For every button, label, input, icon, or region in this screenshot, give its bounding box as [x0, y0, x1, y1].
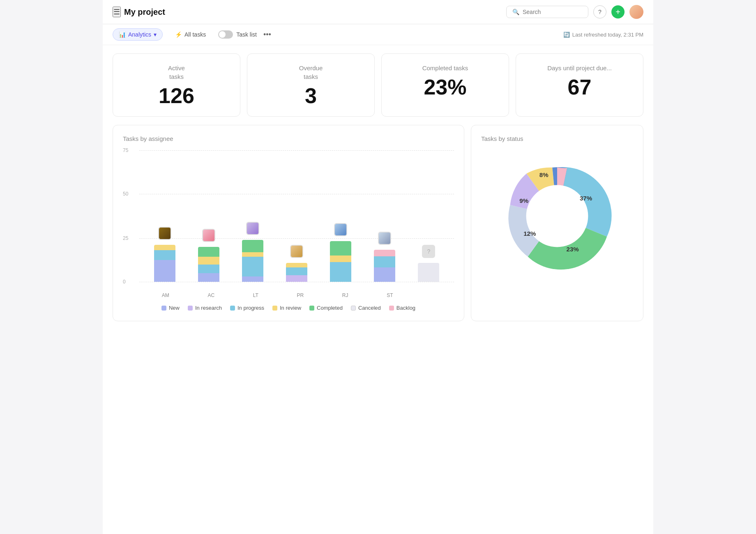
legend-label-research: In research — [195, 305, 222, 311]
bar-segment-inprogress — [154, 250, 175, 260]
legend-dot-inprogress — [230, 306, 235, 311]
legend-completed: Completed — [309, 305, 343, 311]
grid-lines: ? — [139, 150, 454, 282]
header: ☰ My project 🔍 ? + — [103, 0, 653, 24]
filter-icon: ⚡ — [175, 31, 182, 38]
legend-label-new: New — [169, 305, 180, 311]
stat-value-days: 67 — [528, 76, 632, 98]
x-label-pr: PR — [297, 292, 304, 298]
bar-stack-rj — [330, 241, 351, 282]
bar-stack-ac — [198, 247, 219, 282]
avatar-pr — [290, 245, 303, 258]
analytics-button[interactable]: 📊 Analytics ▾ — [113, 28, 163, 41]
y-label-50: 50 — [123, 191, 128, 197]
legend-label-completed: Completed — [317, 305, 343, 311]
legend-dot-canceled — [351, 306, 356, 311]
bar-segment-new — [154, 260, 175, 282]
bar-segment-inprogress — [198, 265, 219, 273]
stat-card-completed: Completed tasks 23% — [381, 53, 509, 117]
donut-chart-title: Tasks by status — [481, 135, 633, 142]
avatar-unknown: ? — [422, 245, 435, 258]
chart-legend: New In research In progress In review Co… — [123, 305, 454, 311]
legend-dot-backlog — [389, 306, 394, 311]
stat-label-days: Days until project due... — [528, 64, 632, 72]
legend-dot-research — [188, 306, 193, 311]
y-label-0: 0 — [123, 279, 126, 285]
project-title: My project — [124, 7, 165, 17]
x-label-ac: AC — [207, 292, 214, 298]
label-37: 37% — [580, 195, 592, 202]
all-tasks-button[interactable]: ⚡ All tasks — [169, 29, 212, 40]
bar-segment-completed — [242, 240, 263, 252]
stat-label-completed: Completed tasks — [393, 64, 497, 72]
legend-label-canceled: Canceled — [358, 305, 381, 311]
more-button[interactable]: ••• — [263, 30, 271, 39]
grid-line-0 — [139, 282, 454, 282]
bar-segment-inreview — [198, 257, 219, 265]
donut-svg: 37% 23% 12% 9% 8% — [500, 159, 615, 274]
bar-group-pr — [286, 263, 307, 282]
label-9: 9% — [519, 197, 528, 204]
bar-stack-pr — [286, 263, 307, 282]
header-right: 🔍 ? + — [506, 5, 643, 19]
avatar-st — [378, 232, 391, 245]
avatar-ac — [202, 229, 215, 242]
legend-dot-completed — [309, 306, 314, 311]
bar-segment-inreview — [242, 252, 263, 257]
bar-chart-area: 75 50 25 0 — [123, 150, 454, 298]
task-list-toggle[interactable]: Task list — [218, 30, 257, 39]
charts-section: Tasks by assignee 75 50 25 0 — [103, 125, 653, 331]
analytics-label: Analytics — [128, 31, 151, 38]
menu-icon[interactable]: ☰ — [113, 7, 121, 17]
stat-card-days: Days until project due... 67 — [516, 53, 643, 117]
bar-group-st — [374, 250, 395, 282]
app-container: ☰ My project 🔍 ? + 📊 Analytics ▾ ⚡ All t… — [103, 0, 653, 534]
bar-segment-canceled — [418, 263, 439, 282]
x-label-am: AM — [162, 292, 169, 298]
donut-chart-card: Tasks by status — [471, 125, 643, 321]
stat-value-active: 126 — [124, 85, 228, 106]
last-refreshed: 🔄 Last refreshed today, 2:31 PM — [563, 32, 643, 38]
search-input[interactable] — [523, 9, 582, 15]
avatar-lt — [246, 222, 259, 235]
y-label-25: 25 — [123, 235, 128, 241]
bar-group-unknown: ? — [418, 263, 439, 282]
legend-new: New — [161, 305, 180, 311]
legend-inreview: In review — [272, 305, 301, 311]
bars-area: ? — [139, 150, 454, 282]
stats-section: Activetasks 126 Overduetasks 3 Completed… — [103, 45, 653, 125]
stat-label-active: Activetasks — [124, 64, 228, 81]
chevron-down-icon: ▾ — [154, 31, 157, 38]
label-23: 23% — [567, 246, 579, 253]
all-tasks-label: All tasks — [184, 31, 206, 38]
refresh-icon: 🔄 — [563, 32, 570, 38]
stat-card-active: Activetasks 126 — [113, 53, 240, 117]
bar-group-rj — [330, 241, 351, 282]
label-12: 12% — [523, 230, 536, 237]
bar-stack-lt — [242, 240, 263, 282]
y-label-75: 75 — [123, 147, 128, 153]
add-button[interactable]: + — [611, 5, 625, 18]
search-box[interactable]: 🔍 — [506, 6, 588, 18]
bar-segment-new — [242, 276, 263, 282]
help-button[interactable]: ? — [593, 5, 606, 18]
legend-label-inprogress: In progress — [237, 305, 264, 311]
bar-stack-st — [374, 250, 395, 282]
bar-group-ac — [198, 247, 219, 282]
x-label-st: ST — [387, 292, 393, 298]
toggle-switch[interactable] — [218, 30, 233, 39]
donut-container: 37% 23% 12% 9% 8% — [481, 150, 633, 282]
x-axis: AM AC LT PR RJ ST — [139, 292, 454, 298]
bar-segment-research — [286, 275, 307, 282]
legend-research: In research — [188, 305, 222, 311]
bar-stack-unknown — [418, 263, 439, 282]
avatar-rj — [334, 223, 347, 236]
y-axis: 75 50 25 0 — [123, 150, 138, 282]
bar-segment-new — [374, 267, 395, 282]
avatar — [629, 5, 643, 19]
donut-hole — [526, 185, 588, 247]
header-left: ☰ My project — [113, 7, 165, 17]
legend-inprogress: In progress — [230, 305, 264, 311]
avatar-am — [158, 227, 171, 240]
stat-value-completed: 23% — [393, 76, 497, 98]
